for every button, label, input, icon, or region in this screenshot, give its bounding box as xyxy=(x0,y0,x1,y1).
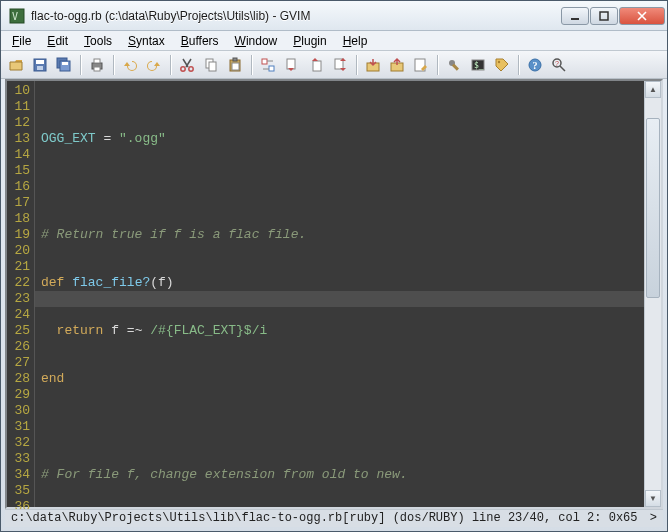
session-load-icon[interactable] xyxy=(362,54,384,76)
menu-help[interactable]: Help xyxy=(336,32,375,50)
save-all-icon[interactable] xyxy=(53,54,75,76)
print-icon[interactable] xyxy=(86,54,108,76)
help-icon[interactable]: ? xyxy=(524,54,546,76)
status-text: c:\data\Ruby\Projects\Utils\lib\flac-to-… xyxy=(11,511,638,526)
save-icon[interactable] xyxy=(29,54,51,76)
tags-icon[interactable] xyxy=(491,54,513,76)
menu-buffers[interactable]: Buffers xyxy=(174,32,226,50)
svg-rect-9 xyxy=(62,62,68,65)
find-next-icon[interactable] xyxy=(281,54,303,76)
svg-rect-29 xyxy=(452,63,459,70)
svg-rect-3 xyxy=(600,12,608,20)
svg-rect-16 xyxy=(209,62,216,71)
toolbar: $_ ? ? xyxy=(1,51,667,79)
separator-icon xyxy=(518,55,519,75)
svg-point-13 xyxy=(181,66,185,70)
app-window: V flac-to-ogg.rb (c:\data\Ruby\Projects\… xyxy=(0,0,668,532)
separator-icon xyxy=(113,55,114,75)
find-help-icon[interactable]: ? xyxy=(548,54,570,76)
svg-point-32 xyxy=(498,60,500,62)
menu-tools[interactable]: Tools xyxy=(77,32,119,50)
scroll-up-icon[interactable]: ▲ xyxy=(645,81,661,98)
cursor-line-highlight xyxy=(35,291,644,307)
separator-icon xyxy=(356,55,357,75)
make-icon[interactable] xyxy=(443,54,465,76)
status-right: > xyxy=(650,511,657,526)
scroll-down-icon[interactable]: ▼ xyxy=(645,490,661,507)
titlebar[interactable]: V flac-to-ogg.rb (c:\data\Ruby\Projects\… xyxy=(1,1,667,31)
cut-icon[interactable] xyxy=(176,54,198,76)
line-gutter: 1011121314151617181920212223242526272829… xyxy=(7,81,35,507)
separator-icon xyxy=(251,55,252,75)
shell-icon[interactable]: $_ xyxy=(467,54,489,76)
menu-file[interactable]: File xyxy=(5,32,38,50)
svg-rect-23 xyxy=(313,61,321,71)
statusbar: c:\data\Ruby\Projects\Utils\lib\flac-to-… xyxy=(5,509,663,527)
svg-rect-6 xyxy=(37,66,43,70)
minimize-button[interactable] xyxy=(561,7,589,25)
app-icon: V xyxy=(9,8,25,24)
menubar: File Edit Tools Syntax Buffers Window Pl… xyxy=(1,31,667,51)
open-icon[interactable] xyxy=(5,54,27,76)
goto-icon[interactable] xyxy=(329,54,351,76)
window-buttons xyxy=(561,7,665,25)
svg-rect-11 xyxy=(94,59,100,63)
separator-icon xyxy=(80,55,81,75)
separator-icon xyxy=(437,55,438,75)
svg-rect-19 xyxy=(232,63,239,70)
svg-point-14 xyxy=(189,66,193,70)
menu-window[interactable]: Window xyxy=(228,32,285,50)
separator-icon xyxy=(170,55,171,75)
redo-icon[interactable] xyxy=(143,54,165,76)
session-save-icon[interactable] xyxy=(386,54,408,76)
code-area[interactable]: OGG_EXT = ".ogg" # Return true if f is a… xyxy=(35,81,644,507)
close-button[interactable] xyxy=(619,7,665,25)
vertical-scrollbar[interactable]: ▲ ▼ xyxy=(644,81,661,507)
editor[interactable]: 1011121314151617181920212223242526272829… xyxy=(5,79,663,509)
find-prev-icon[interactable] xyxy=(305,54,327,76)
svg-rect-12 xyxy=(94,67,100,71)
run-script-icon[interactable] xyxy=(410,54,432,76)
svg-text:$_: $_ xyxy=(474,61,484,70)
scroll-track[interactable] xyxy=(645,98,661,490)
svg-rect-5 xyxy=(36,60,44,64)
svg-rect-18 xyxy=(233,58,237,61)
svg-rect-22 xyxy=(287,59,295,69)
scroll-thumb[interactable] xyxy=(646,118,660,298)
svg-rect-2 xyxy=(571,18,579,20)
svg-rect-21 xyxy=(269,66,274,71)
svg-text:?: ? xyxy=(533,60,538,71)
menu-edit[interactable]: Edit xyxy=(40,32,75,50)
paste-icon[interactable] xyxy=(224,54,246,76)
copy-icon[interactable] xyxy=(200,54,222,76)
menu-syntax[interactable]: Syntax xyxy=(121,32,172,50)
window-title: flac-to-ogg.rb (c:\data\Ruby\Projects\Ut… xyxy=(31,9,561,23)
undo-icon[interactable] xyxy=(119,54,141,76)
svg-rect-20 xyxy=(262,59,267,64)
menu-plugin[interactable]: Plugin xyxy=(286,32,333,50)
maximize-button[interactable] xyxy=(590,7,618,25)
svg-text:V: V xyxy=(12,11,18,22)
find-replace-icon[interactable] xyxy=(257,54,279,76)
svg-text:?: ? xyxy=(555,60,559,67)
